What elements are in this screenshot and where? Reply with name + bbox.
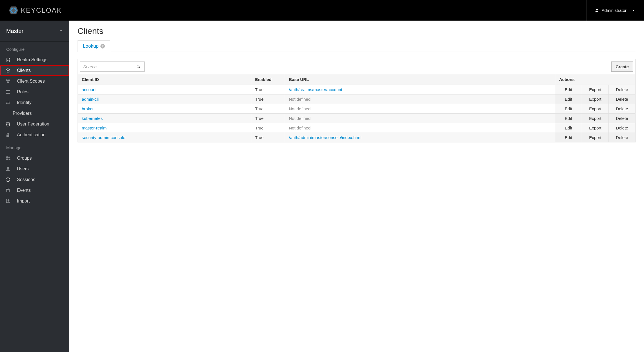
user-icon [5,166,10,171]
user-icon [595,8,599,12]
table-toolbar: Create [80,61,633,72]
sidebar-item-label: Client Scopes [17,79,45,84]
sidebar-item-label: Groups [17,156,32,161]
table-row: security-admin-console True /auth/admin/… [78,133,636,142]
table-row: broker True Not defined Edit Export Dele… [78,104,636,114]
col-actions: Actions [555,74,636,85]
enabled-cell: True [251,104,285,114]
sidebar-item-sessions[interactable]: Sessions [0,174,69,185]
client-id-link[interactable]: broker [82,106,94,111]
enabled-cell: True [251,85,285,94]
section-label: Manage [0,140,69,153]
search-input[interactable] [80,61,132,72]
export-button[interactable]: Export [582,114,609,123]
sidebar-item-groups[interactable]: Groups [0,153,69,164]
create-button[interactable]: Create [611,61,633,72]
sidebar-item-label: Identity [17,100,32,105]
enabled-cell: True [251,133,285,142]
client-id-link[interactable]: security-admin-console [82,135,125,140]
sidebar-item-label: Events [17,188,31,193]
clients-table: Create Client ID Enabled Base URL Action… [78,59,636,142]
content: Clients Lookup ? C [69,21,644,352]
tab-lookup[interactable]: Lookup ? [78,40,110,52]
clock-icon [5,177,10,182]
sidebar-item-label: User Federation [17,122,49,127]
col-base-url: Base URL [285,74,555,85]
user-menu[interactable]: Administrator [586,0,636,21]
base-url: Not defined [289,116,311,121]
exchange-icon [5,100,10,105]
export-button[interactable]: Export [582,133,609,142]
users-icon [5,156,10,161]
base-url: Not defined [289,106,311,111]
cube-icon [5,68,10,73]
sidebar-item-roles[interactable]: Roles [0,87,69,97]
import-icon [5,199,10,204]
col-enabled: Enabled [251,74,285,85]
sidebar-item-label: Import [17,199,30,204]
delete-button[interactable]: Delete [609,104,636,114]
client-id-link[interactable]: master-realm [82,126,107,130]
sidebar-item-label: Sessions [17,177,35,182]
realm-selector[interactable]: Master [0,21,69,42]
export-button[interactable]: Export [582,85,609,94]
sidebar-item-import[interactable]: Import [0,196,69,206]
sidebar-item-label: Roles [17,89,28,94]
sidebar-item-realm-settings[interactable]: Realm Settings [0,54,69,65]
keycloak-icon [8,5,19,16]
sidebar-item-identity[interactable]: Identity [0,97,69,108]
sidebar-item-user-federation[interactable]: User Federation [0,119,69,129]
brand-text: KEYCLOAK [21,6,62,14]
table-row: kubernetes True Not defined Edit Export … [78,114,636,123]
delete-button[interactable]: Delete [609,114,636,123]
cubes-icon [5,79,10,84]
sidebar-item-clients[interactable]: Clients [0,65,69,76]
client-id-link[interactable]: kubernetes [82,116,103,121]
col-client-id: Client ID [78,74,251,85]
edit-button[interactable]: Edit [555,85,582,94]
sidebar-item-users[interactable]: Users [0,164,69,174]
delete-button[interactable]: Delete [609,85,636,94]
sidebar-item-label: Realm Settings [17,57,48,62]
export-button[interactable]: Export [582,104,609,114]
search-icon [136,65,140,69]
sidebar-item-events[interactable]: Events [0,185,69,196]
sidebar: Master ConfigureRealm SettingsClientsCli… [0,21,69,352]
sidebar-item-client-scopes[interactable]: Client Scopes [0,76,69,87]
edit-button[interactable]: Edit [555,123,582,133]
page-title: Clients [78,26,636,36]
table-row: account True /auth/realms/master/account… [78,85,636,94]
lock-icon [5,132,10,137]
enabled-cell: True [251,123,285,133]
export-button[interactable]: Export [582,123,609,133]
delete-button[interactable]: Delete [609,94,636,104]
base-url: Not defined [289,126,311,130]
edit-button[interactable]: Edit [555,104,582,114]
top-header: KEYCLOAK Administrator [0,0,644,21]
realm-name: Master [6,28,23,34]
edit-button[interactable]: Edit [555,133,582,142]
sidebar-item-label: Authentication [17,132,45,137]
export-button[interactable]: Export [582,94,609,104]
enabled-cell: True [251,94,285,104]
tab-label: Lookup [83,43,99,49]
client-id-link[interactable]: admin-cli [82,97,99,102]
section-label: Configure [0,42,69,54]
base-url[interactable]: /auth/admin/master/console/index.html [289,135,361,140]
base-url[interactable]: /auth/realms/master/account [289,87,342,92]
brand-logo[interactable]: KEYCLOAK [8,5,62,16]
edit-button[interactable]: Edit [555,94,582,104]
edit-button[interactable]: Edit [555,114,582,123]
delete-button[interactable]: Delete [609,123,636,133]
client-id-link[interactable]: account [82,87,97,92]
help-icon[interactable]: ? [100,44,105,49]
database-icon [5,122,10,127]
sidebar-item-authentication[interactable]: Authentication [0,129,69,140]
table-row: admin-cli True Not defined Edit Export D… [78,94,636,104]
sliders-icon [5,57,10,62]
sidebar-item-label: Users [17,166,29,171]
sidebar-item-label: Clients [17,68,31,73]
delete-button[interactable]: Delete [609,133,636,142]
search-button[interactable] [132,61,145,72]
chevron-down-icon [632,8,636,12]
